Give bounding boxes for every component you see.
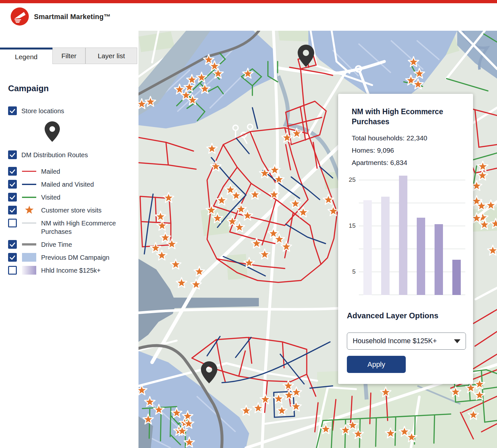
y-tick-15: 15 bbox=[344, 222, 356, 229]
legend-item-label: Mailed and Visited bbox=[41, 180, 94, 189]
bars bbox=[363, 173, 461, 295]
checkbox-mailed[interactable] bbox=[8, 167, 17, 176]
sidebar: LegendFilterLayer list Campaign Store lo… bbox=[0, 31, 138, 448]
bar-4 bbox=[417, 218, 425, 295]
legend-panel: Campaign Store locationsDM Distribution … bbox=[0, 83, 138, 275]
tab-legend[interactable]: Legend bbox=[0, 48, 52, 64]
map-canvas[interactable]: NM with High Ecommerce Purchases Total h… bbox=[138, 31, 497, 448]
tab-layer-list[interactable]: Layer list bbox=[85, 48, 137, 64]
checkbox-nm-with-high-ecommerce-purchases[interactable] bbox=[8, 219, 17, 227]
legend-item-label: Store locations bbox=[21, 106, 64, 115]
advanced-layer-options-heading: Advanced Layer Options bbox=[347, 311, 438, 320]
apply-button[interactable]: Apply bbox=[347, 356, 406, 373]
fill-swatch bbox=[21, 253, 37, 262]
legend-item-visited[interactable]: Visited bbox=[8, 193, 138, 202]
checkbox-mailed-and-visited[interactable] bbox=[8, 180, 17, 189]
checkbox-store-locations[interactable] bbox=[8, 106, 17, 115]
smartmail-marketing-app: Smartmail Marketing™ LegendFilterLayer l… bbox=[0, 0, 497, 448]
line-swatch bbox=[21, 180, 37, 189]
stat-homes: Homes: 9,096 bbox=[352, 144, 459, 157]
legend-item-label: Drive Time bbox=[41, 240, 72, 249]
legend-item-label: Customer store visits bbox=[41, 206, 102, 214]
bar-1 bbox=[363, 200, 372, 295]
nm-ecommerce-info-panel: NM with High Ecommerce Purchases Total h… bbox=[338, 94, 473, 384]
chevron-down-icon bbox=[454, 339, 460, 343]
legend-item-label: Visited bbox=[41, 193, 61, 202]
legend-item-label: NM with High Ecommerce Purchases bbox=[41, 219, 117, 236]
tab-filter[interactable]: Filter bbox=[52, 48, 85, 64]
y-tick-25: 25 bbox=[344, 176, 356, 183]
top-accent-bar bbox=[0, 0, 497, 3]
checkbox-hhld-income-125k[interactable] bbox=[8, 266, 17, 275]
panel-title: NM with High Ecommerce Purchases bbox=[352, 107, 459, 127]
legend-item-hhld-income-125k[interactable]: Hhld Income $125k+ bbox=[8, 266, 138, 275]
stat-apartments: Apartments: 6,834 bbox=[352, 157, 459, 169]
checkbox-dm-distribution-routes[interactable] bbox=[8, 150, 17, 159]
star-icon bbox=[21, 206, 37, 214]
app-header: Smartmail Marketing™ bbox=[0, 3, 497, 31]
legend-item-store-locations[interactable]: Store locations bbox=[8, 106, 138, 115]
legend-item-previous-dm-campaign[interactable]: Previous DM Campaign bbox=[8, 253, 138, 262]
legend-item-nm-with-high-ecommerce-purchases[interactable]: NM with High Ecommerce Purchases bbox=[8, 219, 138, 236]
dropdown-selected-value: Household Income $125K+ bbox=[353, 337, 437, 345]
y-tick-5: 5 bbox=[344, 268, 356, 275]
line-swatch bbox=[21, 193, 37, 202]
checkbox-drive-time[interactable] bbox=[8, 240, 17, 249]
checkbox-visited[interactable] bbox=[8, 193, 17, 202]
legend-items: Store locationsDM Distribution RoutesMai… bbox=[8, 106, 138, 275]
legend-heading: Campaign bbox=[8, 83, 138, 93]
households-bar-chart: 25155 bbox=[359, 173, 465, 295]
checkbox-customer-store-visits[interactable] bbox=[8, 206, 17, 214]
checkbox-previous-dm-campaign[interactable] bbox=[8, 253, 17, 262]
legend-item-drive-time[interactable]: Drive Time bbox=[8, 240, 138, 249]
bar-6 bbox=[452, 260, 461, 295]
legend-item-customer-store-visits[interactable]: Customer store visits bbox=[8, 206, 138, 214]
bar-2 bbox=[381, 197, 390, 295]
app-title: Smartmail Marketing™ bbox=[34, 13, 111, 21]
stat-total-households: Total households: 22,340 bbox=[352, 132, 459, 144]
legend-item-dm-distribution-routes[interactable]: DM Distribution Routes bbox=[8, 150, 138, 159]
legend-item-label: DM Distribution Routes bbox=[21, 150, 88, 159]
bar-5 bbox=[435, 224, 443, 295]
legend-item-label: Previous DM Campaign bbox=[41, 253, 109, 262]
panel-stats: Total households: 22,340Homes: 9,096Apar… bbox=[352, 132, 459, 169]
layer-select-dropdown[interactable]: Household Income $125K+ bbox=[347, 333, 466, 350]
canada-post-logo-icon bbox=[11, 7, 29, 27]
bar-3 bbox=[399, 176, 407, 295]
gradient-swatch bbox=[21, 266, 37, 275]
sidebar-tabs: LegendFilterLayer list bbox=[0, 48, 138, 64]
legend-item-mailed[interactable]: Mailed bbox=[8, 167, 138, 176]
line-swatch bbox=[21, 219, 37, 227]
line-swatch bbox=[21, 240, 37, 249]
legend-item-label: Mailed bbox=[41, 167, 60, 176]
map-pin-icon bbox=[45, 119, 138, 145]
legend-item-label: Hhld Income $125k+ bbox=[41, 266, 101, 275]
legend-item-mailed-and-visited[interactable]: Mailed and Visited bbox=[8, 180, 138, 189]
line-swatch bbox=[21, 167, 37, 176]
